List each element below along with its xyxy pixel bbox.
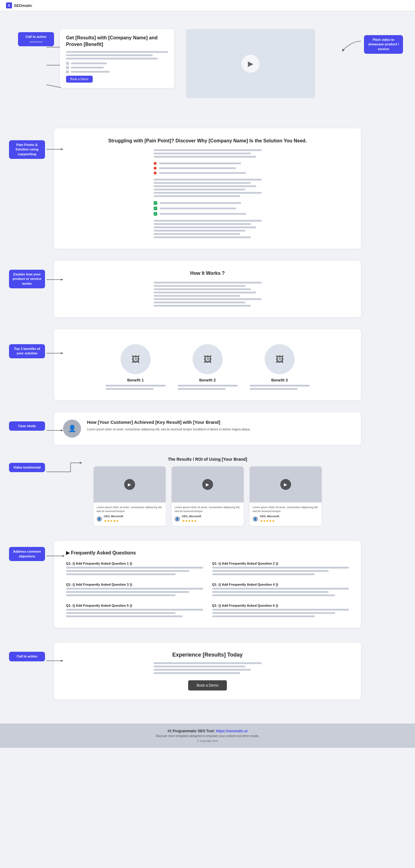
- check1: [66, 62, 69, 65]
- video-author-1: CEO, Microsoft ★★★★★: [104, 515, 123, 523]
- video-caption-1: Lorem ipsum dolor sit amet, consectetur …: [97, 505, 163, 513]
- video-card-1: ▶ Lorem ipsum dolor sit amet, consectetu…: [94, 466, 166, 526]
- pain-section-title: Struggling with [Pain Point]? Discover W…: [66, 137, 349, 145]
- benefit-ph-3b: [250, 388, 298, 390]
- badge-benefits: Top 3 benefits of your solution: [9, 344, 45, 358]
- video-stars-2: ★★★★★: [182, 519, 201, 523]
- benefit-item-1: 🖼 Benefit 1: [106, 344, 166, 391]
- svg-marker-12: [80, 462, 82, 464]
- benefit-title-1: Benefit 1: [106, 378, 166, 382]
- hero-title: Get [Results] with [Company Name] and Pr…: [66, 35, 168, 48]
- image-icon-1: 🖼: [131, 354, 140, 364]
- faq-ph-2b: [66, 591, 189, 593]
- faq-q-2: Q1: {{ Add Frequently Asked Question 3 }…: [66, 583, 203, 586]
- faq-ph-2a: [66, 588, 203, 590]
- svg-line-2: [46, 85, 62, 88]
- video-caption-3: Lorem ipsum dolor sit amet, consectetur …: [253, 505, 319, 513]
- benefit-icon-3: 🖼: [265, 344, 295, 374]
- badge-cta-final: Call to action: [9, 652, 45, 661]
- video-author-row-2: 👤 CEO, Microsoft ★★★★★: [175, 515, 241, 523]
- pain-bottom-phs: [153, 220, 262, 238]
- footer-link[interactable]: https://seomatic.ai: [216, 729, 247, 733]
- svg-marker-11: [61, 430, 63, 431]
- faq-ph-1b: [212, 570, 328, 572]
- faq-item-5: Q1: {{ Add Frequently Asked Question 6 }…: [212, 604, 349, 619]
- arrow-hiw: [46, 278, 65, 281]
- faq-arrow: ▶: [66, 550, 71, 555]
- ph-check1: [71, 62, 107, 64]
- faq-grid: Q1: {{ Add Frequently Asked Question 1 }…: [66, 562, 349, 619]
- video-thumb-1: ▶: [94, 466, 166, 502]
- green-check-3: ✓: [153, 212, 157, 216]
- faq-ph-2c: [66, 594, 176, 596]
- video-author-row-1: 👤 CEO, Microsoft ★★★★★: [97, 515, 163, 523]
- benefits-grid: 🖼 Benefit 1 🖼 Benefit 2 🖼: [66, 344, 349, 391]
- faq-item-4: Q1: {{ Add Frequently Asked Question 5 }…: [66, 604, 203, 619]
- ph1: [66, 51, 168, 53]
- faq-ph-1c: [212, 574, 315, 575]
- arrow-benefits: [46, 352, 65, 355]
- benefit-item-2: 🖼 Benefit 2: [178, 344, 238, 391]
- faq-item-2: Q1: {{ Add Frequently Asked Question 3 }…: [66, 583, 203, 598]
- arrow-faq: [46, 554, 66, 557]
- benefit-icon-2: 🖼: [193, 344, 223, 374]
- play-btn-2[interactable]: ▶: [202, 479, 213, 490]
- video-author-3: CEO, Microsoft ★★★★★: [260, 515, 279, 523]
- faq-ph-3c: [212, 594, 336, 596]
- cta-final-title: Experience [Results] Today: [66, 652, 349, 658]
- svg-marker-16: [61, 660, 63, 662]
- page-wrapper: Grab reader's attention Highlight top 3 …: [0, 11, 415, 715]
- faq-ph-4c: [66, 615, 182, 617]
- play-btn-1[interactable]: ▶: [124, 479, 135, 490]
- red-dot-2: [153, 167, 157, 170]
- logo-text: SEOmatic: [14, 3, 32, 8]
- cta-book-demo-button[interactable]: Book a Demo: [188, 680, 227, 690]
- benefit-ph-2b: [178, 388, 226, 390]
- hero-book-demo-button[interactable]: Book a Demo: [66, 76, 93, 83]
- faq-q-1: Q1: {{ Add Frequently Asked Question 2 }…: [212, 562, 349, 565]
- hero-video-placeholder: ▶: [186, 29, 315, 98]
- video-author-name-3: CEO, Microsoft: [260, 515, 279, 518]
- hero-content-card: Get [Results] with [Company Name] and Pr…: [60, 29, 174, 88]
- faq-ph-3b: [212, 591, 328, 593]
- cta-section: Call to action Experience [Results] Toda…: [0, 643, 415, 700]
- arrow-case: [46, 429, 65, 432]
- video-card-2: ▶ Lorem ipsum dolor sit amet, consectetu…: [172, 466, 244, 526]
- benefit-ph-1b: [106, 388, 153, 390]
- benefit-ph-1a: [106, 385, 166, 386]
- hero-checkboxes: [66, 62, 168, 73]
- video-avatar-3: 👤: [253, 516, 258, 522]
- badge-call-to-action: Call to action: [18, 32, 54, 41]
- benefit-ph-2a: [178, 385, 238, 386]
- benefit-ph-3a: [250, 385, 310, 386]
- play-btn-3[interactable]: ▶: [280, 479, 291, 490]
- badge-faq: Address common objections: [9, 547, 45, 561]
- video-author-name-1: CEO, Microsoft: [104, 515, 123, 518]
- case-text: How [Your Customer] Achieved [Key Result…: [87, 420, 250, 432]
- video-section: Video testimonial The Results / ROI of U…: [0, 457, 415, 526]
- hiw-title: How It Works ?: [66, 270, 349, 277]
- red-dot-1: [153, 162, 157, 165]
- green-check-2: ✓: [153, 207, 157, 210]
- faq-q-5: Q1: {{ Add Frequently Asked Question 6 }…: [212, 604, 349, 607]
- cta-phs: [153, 662, 262, 674]
- logo-icon: S: [6, 2, 12, 8]
- red-dot-3: [153, 172, 157, 175]
- logo-area: S SEOmatic: [6, 2, 32, 8]
- ph3: [66, 58, 158, 59]
- badge-hiw: Explain how your product or service work…: [9, 270, 45, 288]
- footer-title-text: #1 Programmatic SEO Tool:: [167, 729, 215, 733]
- video-stars-1: ★★★★★: [104, 519, 123, 523]
- benefit-title-2: Benefit 2: [178, 378, 238, 382]
- badge-pain-points: Pain Points & Solution using copywriting: [9, 140, 45, 159]
- faq-card: ▶ Frequently Asked Questions Q1: {{ Add …: [54, 541, 361, 628]
- case-study-card: 👤 How [Your Customer] Achieved [Key Resu…: [54, 412, 361, 445]
- faq-ph-4a: [66, 609, 203, 611]
- case-body: Lorem ipsum dolor sit amet, consectetur …: [87, 427, 250, 432]
- arrow-video: [46, 460, 82, 475]
- video-card-3: ▶ Lorem ipsum dolor sit amet, consectetu…: [250, 466, 322, 526]
- hiw-section: Explain how your product or service work…: [0, 261, 415, 317]
- video-info-3: Lorem ipsum dolor sit amet, consectetur …: [250, 502, 322, 526]
- video-author-name-2: CEO, Microsoft: [182, 515, 201, 518]
- faq-q-0: Q1: {{ Add Frequently Asked Question 1 }…: [66, 562, 203, 565]
